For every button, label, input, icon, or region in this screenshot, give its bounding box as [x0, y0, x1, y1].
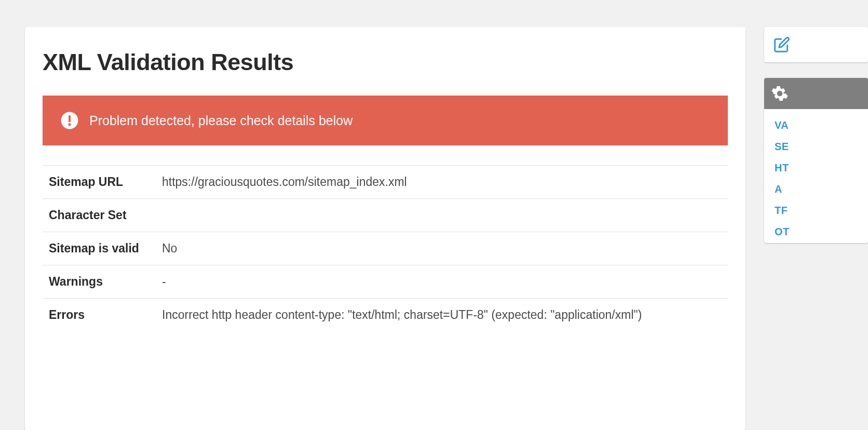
row-label: Sitemap URL: [43, 166, 156, 199]
svg-point-2: [68, 123, 71, 126]
gear-tab[interactable]: [764, 78, 868, 109]
row-value: [156, 199, 728, 232]
nav-link[interactable]: VA: [775, 119, 858, 131]
nav-link[interactable]: HT: [775, 162, 858, 174]
error-icon: [60, 111, 79, 130]
gear-icon: [771, 85, 788, 102]
alert-box: Problem detected, please check details b…: [43, 96, 728, 145]
alert-message: Problem detected, please check details b…: [89, 113, 352, 128]
sidebar: VA SE HT A TF OT: [764, 27, 868, 430]
table-row: Errors Incorrect http header content-typ…: [43, 299, 728, 332]
row-value: https://graciousquotes.com/sitemap_index…: [156, 166, 728, 199]
edit-card[interactable]: [764, 27, 868, 62]
table-row: Sitemap URL https://graciousquotes.com/s…: [43, 166, 728, 199]
nav-link[interactable]: OT: [775, 226, 858, 238]
nav-link[interactable]: TF: [775, 205, 858, 217]
table-row: Sitemap is valid No: [43, 232, 728, 265]
row-label: Warnings: [43, 265, 156, 299]
row-value: No: [156, 232, 728, 265]
nav-links: VA SE HT A TF OT: [764, 109, 868, 243]
svg-rect-1: [69, 115, 71, 122]
row-label: Character Set: [43, 199, 156, 232]
page-title: XML Validation Results: [43, 49, 728, 76]
edit-icon: [774, 36, 790, 53]
row-label: Errors: [43, 299, 156, 332]
nav-link[interactable]: A: [775, 183, 858, 195]
results-table: Sitemap URL https://graciousquotes.com/s…: [43, 165, 728, 331]
nav-link[interactable]: SE: [775, 141, 858, 153]
table-row: Warnings -: [43, 265, 728, 299]
table-row: Character Set: [43, 199, 728, 232]
results-card: XML Validation Results Problem detected,…: [25, 27, 745, 430]
nav-card: VA SE HT A TF OT: [764, 78, 868, 243]
row-label: Sitemap is valid: [43, 232, 156, 265]
row-value: -: [156, 265, 728, 299]
row-value: Incorrect http header content-type: "tex…: [156, 299, 728, 332]
